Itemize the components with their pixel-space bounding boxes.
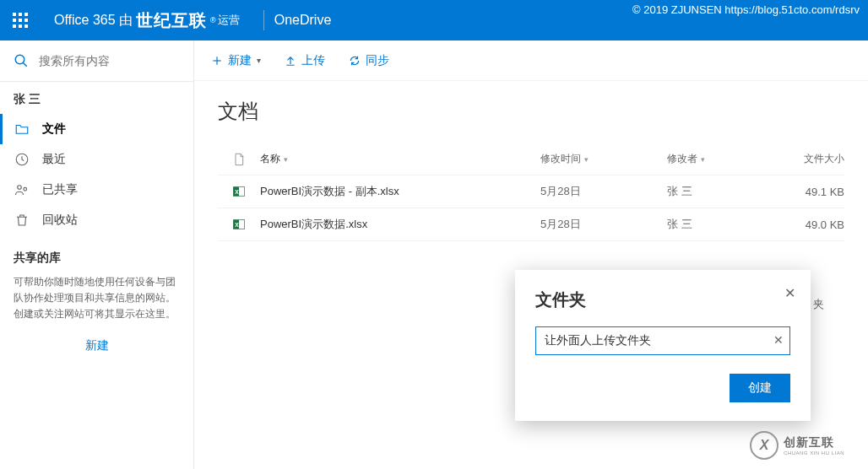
- nav-files[interactable]: 文件: [0, 114, 193, 144]
- user-name: 张 三: [0, 82, 193, 114]
- sync-icon: [349, 55, 361, 67]
- folder-icon: [14, 121, 30, 137]
- nav-recycle[interactable]: 回收站: [0, 205, 193, 235]
- svg-point-13: [24, 187, 27, 191]
- nav-label: 已共享: [42, 182, 78, 197]
- file-size: 49.0 KB: [785, 218, 844, 231]
- svg-rect-1: [19, 13, 22, 16]
- svg-rect-4: [19, 19, 22, 22]
- file-size: 49.1 KB: [785, 186, 844, 198]
- excel-icon: X: [218, 218, 260, 231]
- nav-label: 文件: [42, 121, 66, 137]
- new-folder-dialog: 文件夹 ✕ ✕ 创建: [515, 270, 811, 421]
- brand-suffix: 运营: [218, 13, 240, 28]
- brand: Office 365 由 世纪互联 ® 运营: [41, 9, 253, 32]
- search-box[interactable]: [0, 40, 193, 81]
- nav-recent[interactable]: 最近: [0, 144, 193, 175]
- svg-rect-5: [24, 19, 28, 22]
- nav-label: 最近: [42, 152, 66, 167]
- create-button[interactable]: 创建: [730, 374, 790, 402]
- dialog-title: 文件夹: [535, 288, 790, 311]
- chevron-down-icon: ▾: [584, 155, 589, 164]
- app-name[interactable]: OneDrive: [274, 13, 332, 28]
- table-header: 名称▾ 修改时间▾ 修改者▾ 文件大小: [218, 143, 844, 175]
- close-icon[interactable]: ✕: [784, 285, 795, 301]
- file-modified: 5月28日: [540, 184, 667, 199]
- cmd-sync[interactable]: 同步: [349, 53, 389, 68]
- svg-rect-2: [24, 13, 28, 16]
- clock-icon: [14, 151, 30, 168]
- chevron-down-icon: ▾: [701, 155, 705, 164]
- svg-point-12: [18, 186, 22, 190]
- file-name[interactable]: PowerBI演示数据.xlsx: [260, 217, 540, 232]
- file-modifiedby: 张 三: [667, 217, 785, 232]
- table-row[interactable]: X PowerBI演示数据.xlsx 5月28日 张 三 49.0 KB: [218, 208, 844, 241]
- cmd-label: 上传: [301, 53, 325, 68]
- file-name[interactable]: PowerBI演示数据 - 副本.xlsx: [260, 184, 540, 199]
- search-input[interactable]: [39, 54, 165, 67]
- svg-rect-7: [19, 24, 22, 28]
- library-title: 共享的库: [0, 235, 193, 274]
- upload-icon: [285, 55, 296, 67]
- people-icon: [14, 181, 30, 198]
- col-size[interactable]: 文件大小: [785, 152, 844, 166]
- copyright: © 2019 ZJUNSEN https://blog.51cto.com/rd…: [632, 3, 860, 16]
- partial-text: 夹: [813, 297, 824, 312]
- svg-point-9: [15, 55, 24, 64]
- svg-rect-8: [24, 24, 28, 28]
- svg-line-10: [23, 62, 27, 67]
- plus-icon: [211, 55, 223, 67]
- nav-label: 回收站: [42, 213, 78, 228]
- col-type-icon[interactable]: [218, 153, 260, 166]
- app-launcher[interactable]: [0, 0, 41, 40]
- svg-rect-3: [13, 19, 16, 22]
- clear-icon[interactable]: ✕: [773, 333, 784, 347]
- brand-prefix: Office 365 由: [54, 12, 133, 30]
- folder-name-input[interactable]: [535, 326, 790, 355]
- cmd-upload[interactable]: 上传: [285, 53, 325, 68]
- library-new-link[interactable]: 新建: [0, 323, 193, 369]
- nav-shared[interactable]: 已共享: [0, 175, 193, 205]
- library-desc: 可帮助你随时随地使用任何设备与团队协作处理项目和共享信息的网站。创建或关注网站可…: [0, 274, 193, 323]
- chevron-down-icon: ▾: [284, 155, 288, 164]
- chevron-down-icon: ▾: [257, 56, 261, 65]
- file-modifiedby: 张 三: [667, 184, 785, 199]
- svg-rect-0: [13, 13, 16, 16]
- svg-text:X: X: [235, 189, 239, 195]
- table-row[interactable]: X PowerBI演示数据 - 副本.xlsx 5月28日 张 三 49.1 K…: [218, 175, 844, 208]
- col-name[interactable]: 名称▾: [260, 152, 540, 166]
- trash-icon: [14, 212, 30, 229]
- file-modified: 5月28日: [540, 217, 667, 232]
- cmd-new[interactable]: 新建 ▾: [211, 53, 261, 68]
- page-title: 文档: [218, 98, 844, 125]
- svg-text:X: X: [235, 222, 239, 228]
- cmd-label: 同步: [366, 53, 389, 68]
- search-icon: [14, 53, 29, 68]
- watermark-logo: X 创新互联 CHUANG XIN HU LIAN: [750, 429, 860, 462]
- excel-icon: X: [218, 185, 260, 198]
- divider: [263, 10, 264, 30]
- cmd-label: 新建: [228, 53, 252, 68]
- col-modifiedby[interactable]: 修改者▾: [667, 152, 785, 166]
- col-modified[interactable]: 修改时间▾: [540, 152, 667, 166]
- brand-bold: 世纪互联: [136, 9, 207, 32]
- svg-rect-6: [13, 24, 16, 28]
